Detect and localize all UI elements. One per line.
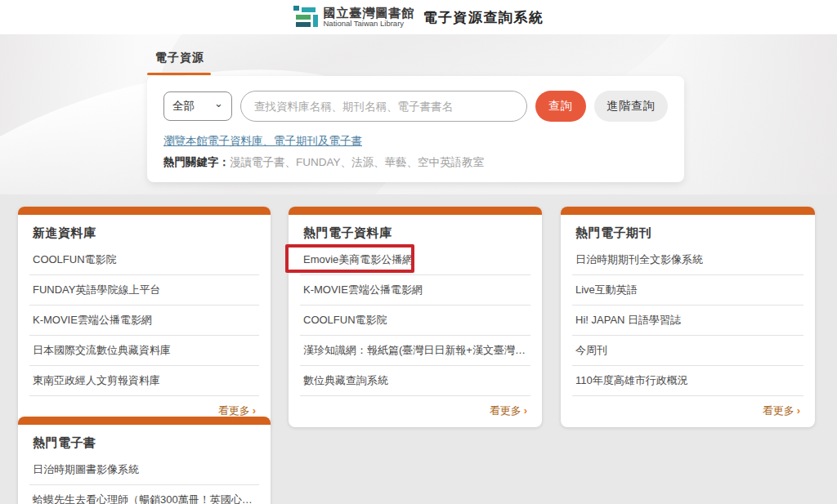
card-list: 日治時期期刊全文影像系統 Live互動英語 Hi! JAPAN 日語學習誌 今周…: [572, 245, 803, 396]
card-accent-bar: [18, 417, 271, 425]
chevron-down-icon: ⌄: [214, 100, 223, 107]
card-title: 新進資料庫: [29, 215, 259, 245]
library-logo[interactable]: 國立臺灣圖書館 National Taiwan Library: [293, 6, 415, 29]
page: 國立臺灣圖書館 National Taiwan Library 電子資源查詢系統…: [0, 0, 837, 504]
card-accent-bar: [561, 207, 815, 215]
see-more-link[interactable]: 看更多›: [572, 396, 803, 421]
list-item[interactable]: K-MOVIE雲端公播電影網: [29, 306, 259, 336]
tab-active-underline: [147, 73, 211, 75]
list-item[interactable]: 今周刊: [572, 336, 803, 366]
hot-keywords-list: 漫讀電子書、FUNDAY、法源、華藝、空中英語教室: [230, 156, 484, 168]
card-list: 日治時期圖書影像系統 蛤蟆先生去看心理師（暢銷300萬冊！英國心理諮商經...: [29, 455, 259, 504]
see-more-link[interactable]: 看更多›: [300, 396, 530, 421]
category-select[interactable]: 全部 ⌄: [163, 91, 232, 121]
card-hot-ejournals: 熱門電子期刊 日治時期期刊全文影像系統 Live互動英語 Hi! JAPAN 日…: [561, 207, 815, 427]
logo-title-en: National Taiwan Library: [324, 20, 415, 28]
logo-title-zh: 國立臺灣圖書館: [324, 7, 415, 20]
list-item[interactable]: FUNDAY英語學院線上平台: [29, 275, 259, 306]
list-item[interactable]: Hi! JAPAN 日語學習誌: [572, 306, 803, 336]
search-input[interactable]: [240, 91, 527, 122]
list-item-highlighted[interactable]: Emovie美商電影公播網: [300, 245, 530, 275]
card-title: 熱門電子書: [29, 425, 259, 455]
list-item[interactable]: COOLFUN電影院: [300, 306, 530, 336]
chevron-right-icon: ›: [797, 404, 800, 417]
search-panel: 全部 ⌄ 查詢 進階查詢 瀏覽本館電子資料庫、電子期刊及電子書 熱門關鍵字：漫讀…: [147, 76, 684, 182]
list-item[interactable]: 東南亞政經人文剪報資料庫: [29, 366, 259, 396]
hot-keywords-label: 熱門關鍵字：: [163, 156, 230, 168]
list-item[interactable]: 漢珍知識網：報紙篇(臺灣日日新報+漢文臺灣日日新報): [300, 336, 530, 366]
browse-resources-link[interactable]: 瀏覽本館電子資料庫、電子期刊及電子書: [163, 134, 362, 149]
search-button[interactable]: 查詢: [535, 91, 586, 122]
card-accent-bar: [289, 207, 542, 215]
chevron-right-icon: ›: [524, 404, 527, 417]
library-logo-icon: [293, 6, 318, 29]
list-item[interactable]: Live互動英語: [572, 275, 803, 306]
page-title: 電子資源查詢系統: [423, 8, 544, 27]
list-item[interactable]: K-MOVIE雲端公播電影網: [300, 275, 530, 306]
list-item[interactable]: 日治時期期刊全文影像系統: [572, 245, 803, 275]
list-item[interactable]: COOLFUN電影院: [29, 245, 259, 275]
list-item[interactable]: 110年度高雄市行政概況: [572, 366, 803, 396]
advanced-search-button[interactable]: 進階查詢: [594, 91, 668, 122]
card-hot-ebooks: 熱門電子書 日治時期圖書影像系統 蛤蟆先生去看心理師（暢銷300萬冊！英國心理諮…: [18, 417, 271, 504]
card-accent-bar: [18, 207, 271, 215]
tab-electronic-resources[interactable]: 電子資源: [147, 51, 211, 75]
card-title: 熱門電子期刊: [572, 215, 803, 245]
hot-keywords: 熱門關鍵字：漫讀電子書、FUNDAY、法源、華藝、空中英語教室: [163, 155, 668, 170]
chevron-right-icon: ›: [253, 404, 256, 417]
card-new-databases: 新進資料庫 COOLFUN電影院 FUNDAY英語學院線上平台 K-MOVIE雲…: [18, 207, 271, 427]
tab-label: 電子資源: [147, 51, 211, 73]
card-list: COOLFUN電影院 FUNDAY英語學院線上平台 K-MOVIE雲端公播電影網…: [29, 245, 259, 396]
list-item[interactable]: 日本國際交流數位典藏資料庫: [29, 336, 259, 366]
card-hot-databases: 熱門電子資料庫 Emovie美商電影公播網 K-MOVIE雲端公播電影網 COO…: [289, 207, 542, 427]
list-item[interactable]: 日治時期圖書影像系統: [29, 455, 259, 485]
header: 國立臺灣圖書館 National Taiwan Library 電子資源查詢系統: [0, 0, 837, 34]
list-item[interactable]: 數位典藏查詢系統: [300, 366, 530, 396]
card-title: 熱門電子資料庫: [300, 215, 530, 245]
card-list: Emovie美商電影公播網 K-MOVIE雲端公播電影網 COOLFUN電影院 …: [300, 245, 530, 396]
list-item[interactable]: 蛤蟆先生去看心理師（暢銷300萬冊！英國心理諮商經...: [29, 485, 259, 504]
category-selected-value: 全部: [172, 99, 195, 114]
